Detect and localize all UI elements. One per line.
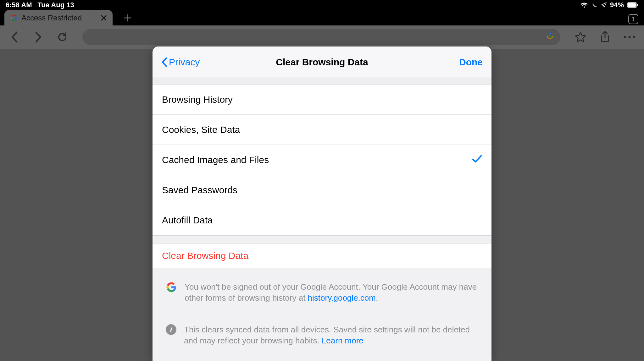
battery-pct: 94% bbox=[610, 1, 624, 9]
data-type-list: Browsing History Cookies, Site Data Cach… bbox=[153, 84, 491, 236]
google-logo-icon bbox=[166, 282, 177, 293]
learn-more-link[interactable]: Learn more bbox=[322, 336, 364, 345]
wifi-icon bbox=[580, 2, 588, 8]
moon-icon bbox=[591, 2, 597, 8]
clear-browsing-data-button[interactable]: Clear Browsing Data bbox=[153, 243, 491, 268]
option-label: Autofill Data bbox=[162, 215, 482, 226]
option-label: Browsing History bbox=[162, 94, 482, 105]
modal-header: Privacy Clear Browsing Data Done bbox=[153, 46, 491, 78]
option-cookies-site-data[interactable]: Cookies, Site Data bbox=[153, 115, 491, 145]
option-label: Saved Passwords bbox=[162, 185, 482, 195]
back-label: Privacy bbox=[169, 57, 200, 68]
history-google-link[interactable]: history.google.com bbox=[308, 293, 376, 303]
modal-title: Clear Browsing Data bbox=[153, 57, 491, 68]
google-account-note: You won't be signed out of your Google A… bbox=[153, 268, 491, 311]
option-label: Cookies, Site Data bbox=[162, 124, 482, 135]
location-icon bbox=[601, 2, 607, 8]
done-button[interactable]: Done bbox=[459, 57, 483, 68]
svg-rect-2 bbox=[637, 4, 638, 6]
option-cached-images-files[interactable]: Cached Images and Files bbox=[153, 145, 491, 175]
back-to-privacy-button[interactable]: Privacy bbox=[161, 57, 200, 68]
svg-rect-1 bbox=[628, 3, 636, 7]
clear-browsing-data-modal: Privacy Clear Browsing Data Done Browsin… bbox=[153, 46, 491, 361]
status-date: Tue Aug 13 bbox=[38, 1, 74, 9]
battery-icon bbox=[627, 2, 638, 8]
note-text-end: . bbox=[376, 293, 378, 303]
status-bar: 6:58 AM Tue Aug 13 94% bbox=[0, 0, 644, 10]
option-browsing-history[interactable]: Browsing History bbox=[153, 85, 491, 115]
sync-note: i This clears synced data from all devic… bbox=[153, 311, 491, 354]
option-saved-passwords[interactable]: Saved Passwords bbox=[153, 175, 491, 205]
status-time: 6:58 AM bbox=[6, 1, 32, 9]
info-icon: i bbox=[166, 324, 176, 335]
action-label: Clear Browsing Data bbox=[162, 250, 248, 261]
checkmark-icon bbox=[472, 155, 482, 165]
option-label: Cached Images and Files bbox=[162, 155, 472, 165]
option-autofill-data[interactable]: Autofill Data bbox=[153, 205, 491, 235]
